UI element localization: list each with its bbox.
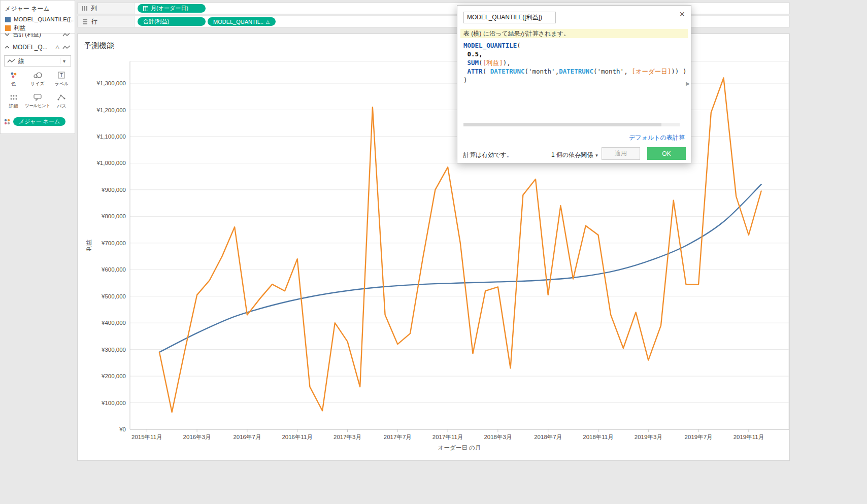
- measure-names-legend: メジャー ネーム MODEL_QUANTILE([.. 利益: [0, 0, 75, 33]
- label-t-icon: T: [57, 72, 65, 79]
- svg-text:2019年11月: 2019年11月: [733, 434, 764, 440]
- svg-text:2019年7月: 2019年7月: [685, 434, 713, 440]
- dependency-dropdown[interactable]: 1 個の依存関係 ▾: [551, 151, 598, 159]
- formula-scrollbar: [463, 123, 680, 126]
- marks-row-label: MODEL_Q...: [13, 44, 52, 51]
- formula-editor[interactable]: MODEL_QUANTILE( 0.5, SUM([利益]), ATTR( DA…: [463, 41, 681, 84]
- table-calc-triangle-icon: △: [266, 19, 270, 24]
- calculation-name-input[interactable]: [463, 12, 556, 23]
- marks-row-model-quantile[interactable]: MODEL_Q... △: [1, 41, 75, 53]
- svg-text:¥700,000: ¥700,000: [101, 240, 126, 246]
- svg-text:¥100,000: ¥100,000: [101, 400, 126, 406]
- svg-text:2018年7月: 2018年7月: [534, 434, 562, 440]
- mark-type-dropdown[interactable]: 線 ▾: [4, 55, 71, 66]
- line-mark-icon: [62, 45, 71, 50]
- columns-icon: [82, 6, 87, 11]
- measure-names-pill[interactable]: メジャー ネーム: [13, 117, 65, 126]
- svg-text:¥400,000: ¥400,000: [101, 320, 126, 326]
- color-button[interactable]: 色: [3, 69, 24, 90]
- svg-text:¥900,000: ¥900,000: [101, 187, 126, 193]
- svg-text:¥1,300,000: ¥1,300,000: [96, 80, 126, 86]
- rows-shelf-label: 行: [78, 16, 135, 27]
- legend-item-model-quantile[interactable]: MODEL_QUANTILE([..: [1, 15, 75, 23]
- legend-item-profit[interactable]: 利益: [1, 23, 75, 33]
- path-icon: [57, 94, 65, 101]
- detail-button[interactable]: 詳細: [3, 91, 24, 112]
- svg-text:2017年3月: 2017年3月: [334, 434, 361, 440]
- pill-model-quantile[interactable]: MODEL_QUANTIL.. △: [208, 17, 276, 26]
- caret-down-icon: ▾: [595, 153, 598, 158]
- color-dots-icon: [10, 72, 18, 79]
- svg-text:2015年11月: 2015年11月: [131, 434, 162, 440]
- svg-text:¥1,200,000: ¥1,200,000: [96, 107, 126, 113]
- calculation-status: 計算は有効です。: [463, 151, 513, 159]
- svg-text:¥300,000: ¥300,000: [101, 347, 126, 353]
- legend-item-label: 利益: [14, 24, 25, 32]
- rows-shelf-pills: 合計(利益) MODEL_QUANTIL.. △: [135, 17, 276, 26]
- caret-down-icon: ▾: [60, 58, 68, 64]
- detail-dots-icon: [10, 94, 18, 101]
- formula-scrollbar-thumb[interactable]: [463, 123, 661, 126]
- svg-text:オーダー日 の月: オーダー日 の月: [438, 445, 481, 451]
- svg-text:¥800,000: ¥800,000: [101, 213, 126, 219]
- ok-button[interactable]: OK: [647, 147, 686, 160]
- legend-item-label: MODEL_QUANTILE([..: [14, 16, 74, 22]
- table-calc-notice: 表 (横) に沿って結果が計算されます。: [460, 29, 688, 38]
- legend-swatch-orange: [5, 25, 11, 31]
- legend-swatch-blue: [5, 17, 11, 22]
- svg-text:¥1,100,000: ¥1,100,000: [96, 133, 126, 140]
- svg-text:2017年11月: 2017年11月: [432, 434, 463, 440]
- svg-text:T: T: [60, 73, 63, 78]
- svg-text:2016年3月: 2016年3月: [183, 434, 211, 440]
- mark-property-buttons: 色 サイズ T ラベル 詳細 ツール: [3, 69, 72, 112]
- svg-text:2018年3月: 2018年3月: [484, 434, 512, 440]
- tooltip-bubble-icon: [34, 94, 42, 101]
- svg-text:¥200,000: ¥200,000: [101, 373, 126, 379]
- expand-pane-arrow-icon[interactable]: ▶: [686, 81, 690, 86]
- svg-text:2019年3月: 2019年3月: [635, 434, 662, 440]
- table-calc-triangle-icon: △: [55, 44, 59, 50]
- svg-text:2016年7月: 2016年7月: [233, 434, 261, 440]
- apply-button[interactable]: 適用: [602, 147, 640, 160]
- svg-text:2016年11月: 2016年11月: [282, 434, 313, 440]
- svg-text:¥1,000,000: ¥1,000,000: [96, 160, 126, 166]
- svg-text:¥0: ¥0: [119, 426, 126, 432]
- columns-shelf-pills: 月(オーダー日): [135, 4, 206, 13]
- svg-text:¥600,000: ¥600,000: [101, 266, 126, 273]
- measure-names-pill-row: メジャー ネーム: [4, 117, 72, 126]
- measure-names-dots-icon: [4, 118, 11, 125]
- svg-text:2017年7月: 2017年7月: [384, 434, 412, 440]
- pill-sum-profit[interactable]: 合計(利益): [138, 17, 206, 26]
- svg-text:利益: 利益: [86, 240, 92, 252]
- svg-text:2018年11月: 2018年11月: [583, 434, 614, 440]
- close-icon[interactable]: ×: [679, 10, 685, 19]
- default-table-calc-link[interactable]: デフォルトの表計算: [629, 133, 685, 142]
- calculation-editor-dialog: × 表 (横) に沿って結果が計算されます。 MODEL_QUANTILE( 0…: [457, 5, 691, 163]
- columns-shelf-label: 列: [78, 3, 135, 14]
- chevron-up-icon: [5, 45, 10, 49]
- pill-month-order-date[interactable]: 月(オーダー日): [138, 4, 206, 13]
- tooltip-button[interactable]: ツールヒント: [25, 91, 50, 112]
- legend-title: メジャー ネーム: [1, 1, 75, 15]
- date-grid-icon: [143, 6, 148, 11]
- rows-icon: [82, 19, 88, 24]
- line-mark-icon: [7, 58, 15, 63]
- size-icon: [33, 72, 42, 79]
- svg-text:¥500,000: ¥500,000: [101, 293, 126, 299]
- label-button[interactable]: T ラベル: [51, 69, 72, 90]
- path-button[interactable]: パス: [51, 91, 72, 112]
- size-button[interactable]: サイズ: [25, 69, 50, 90]
- mark-type-label: 線: [18, 57, 24, 65]
